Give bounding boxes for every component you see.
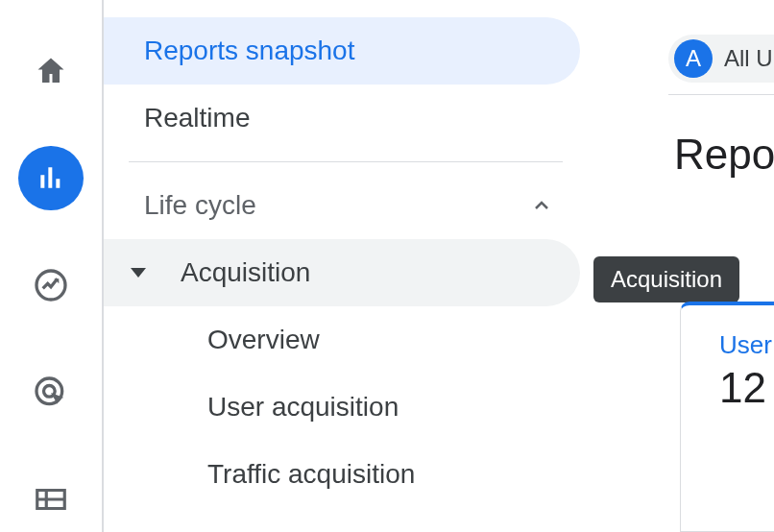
nav-sub-label: Acquisition [181, 257, 310, 288]
nav-reports-button[interactable] [18, 146, 84, 211]
nav-section-life-cycle[interactable]: Life cycle [104, 172, 580, 239]
metric-label: User [719, 330, 774, 360]
nav-advertising-button[interactable] [18, 360, 84, 425]
nav-item-label: Realtime [144, 103, 250, 133]
nav-item-label: Reports snapshot [144, 36, 354, 66]
audience-label: All U [724, 45, 773, 72]
home-icon [34, 54, 68, 88]
nav-reports-snapshot[interactable]: Reports snapshot [104, 17, 580, 85]
metric-value: 12 [719, 364, 774, 412]
nav-configure-button[interactable] [18, 467, 84, 532]
nav-section-label: Life cycle [144, 190, 256, 221]
nav-sub2-label: Traffic acquisition [207, 459, 415, 490]
nav-sub2-label: Overview [207, 325, 320, 355]
nav-acquisition-overview[interactable]: Overview [104, 306, 580, 374]
table-icon [33, 481, 69, 518]
page-title: Repo [674, 131, 774, 179]
audience-chip[interactable]: A All U [668, 35, 774, 83]
metric-card[interactable]: User 12 [680, 302, 774, 532]
content-divider [668, 94, 774, 95]
nav-home-button[interactable] [18, 38, 84, 104]
nav-traffic-acquisition[interactable]: Traffic acquisition [104, 441, 580, 508]
caret-down-icon [131, 268, 146, 278]
chevron-up-icon [530, 194, 553, 217]
nav-user-acquisition[interactable]: User acquisition [104, 374, 580, 441]
icon-rail [0, 0, 104, 532]
nav-acquisition[interactable]: Acquisition [104, 239, 580, 306]
nav-sub2-label: User acquisition [207, 392, 399, 423]
bar-chart-icon [36, 162, 66, 193]
nav-realtime[interactable]: Realtime [104, 85, 580, 152]
audience-badge: A [674, 39, 713, 78]
nav-explore-button[interactable] [18, 253, 84, 318]
reports-nav-panel: Reports snapshot Realtime Life cycle Acq… [104, 0, 580, 532]
explore-trend-icon [32, 266, 70, 304]
nav-divider [129, 161, 563, 162]
content-area: A All U Repo User 12 [668, 0, 774, 532]
audience-badge-letter: A [686, 45, 701, 72]
target-click-icon [32, 374, 70, 412]
